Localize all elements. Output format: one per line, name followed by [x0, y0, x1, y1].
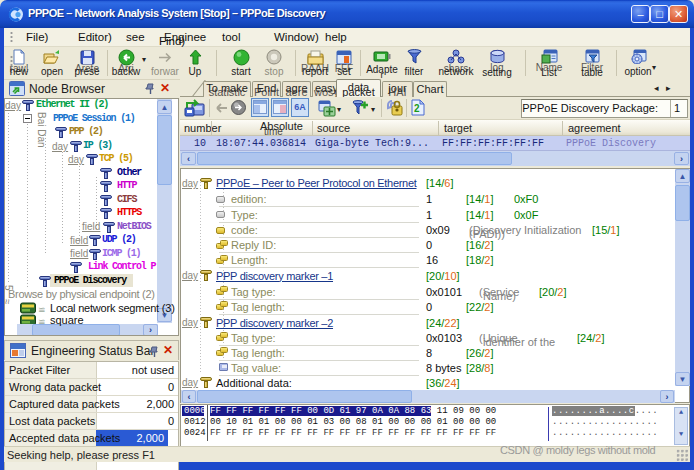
svg-text:2: 2 — [414, 103, 420, 114]
